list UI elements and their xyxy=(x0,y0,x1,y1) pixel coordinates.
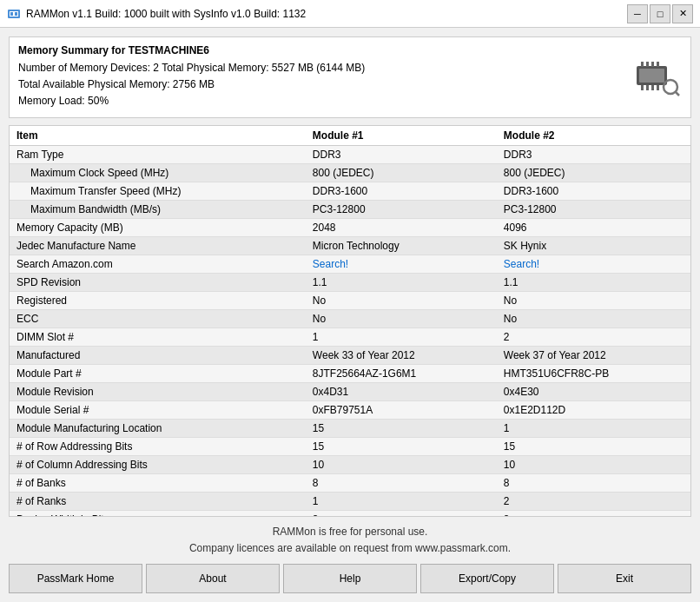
table-row: # of Column Addressing Bits1010 xyxy=(10,455,690,473)
exit-button[interactable]: Exit xyxy=(558,564,691,593)
cell-item: Module Manufacturing Location xyxy=(10,419,306,437)
table-row: Maximum Bandwidth (MB/s)PC3-12800PC3-128… xyxy=(10,200,690,218)
cell-module2: No xyxy=(497,309,690,327)
about-button[interactable]: About xyxy=(146,564,280,593)
cell-module1: 1 xyxy=(306,492,497,510)
cell-item: Maximum Transfer Speed (MHz) xyxy=(10,182,306,200)
cell-item: Registered xyxy=(10,291,306,309)
table-row: Maximum Clock Speed (MHz)800 (JEDEC)800 … xyxy=(10,163,690,182)
cell-module1: PC3-12800 xyxy=(306,200,497,218)
window-controls: ─ □ ✕ xyxy=(627,4,693,23)
cell-module2: 10 xyxy=(497,455,690,473)
cell-module2: Week 37 of Year 2012 xyxy=(497,346,690,364)
cell-item: Module Serial # xyxy=(10,400,306,419)
svg-rect-2 xyxy=(10,12,13,16)
cell-module1: 10 xyxy=(306,455,497,473)
svg-rect-11 xyxy=(646,85,649,90)
cell-item: Module Part # xyxy=(10,364,306,382)
table-wrapper: Item Module #1 Module #2 Ram TypeDDR3DDR… xyxy=(9,125,691,517)
svg-point-14 xyxy=(664,80,677,94)
cell-module1: No xyxy=(306,291,497,309)
table-row: Module Part #8JTF25664AZ-1G6M1HMT351U6CF… xyxy=(10,364,690,382)
cell-module1: Micron Technology xyxy=(306,236,497,255)
cell-module2: 1.1 xyxy=(497,273,690,291)
cell-module1: 15 xyxy=(306,437,497,455)
cell-module1: 0xFB79751A xyxy=(306,400,497,419)
svg-rect-7 xyxy=(646,62,649,67)
svg-rect-12 xyxy=(651,85,654,90)
cell-module2: 4096 xyxy=(497,218,690,236)
header-section: Memory Summary for TESTMACHINE6 Number o… xyxy=(9,36,691,118)
col-module2: Module #2 xyxy=(497,126,690,146)
cell-module2: HMT351U6CFR8C-PB xyxy=(497,364,690,382)
col-item: Item xyxy=(10,126,306,146)
header-info: Memory Summary for TESTMACHINE6 Number o… xyxy=(18,44,630,110)
amazon-search-link-1[interactable]: Search! xyxy=(313,258,348,270)
help-button[interactable]: Help xyxy=(283,564,417,593)
cell-item: SPD Revision xyxy=(10,273,306,291)
cell-item: DIMM Slot # xyxy=(10,327,306,346)
stat-line2: Total Available Physical Memory: 2756 MB xyxy=(18,76,630,93)
col-module1: Module #1 xyxy=(306,126,497,146)
passmark-home-button[interactable]: PassMark Home xyxy=(9,564,142,593)
table-row: SPD Revision1.11.1 xyxy=(10,273,690,291)
table-header-row: Item Module #1 Module #2 xyxy=(10,126,690,146)
table-row: Module Manufacturing Location151 xyxy=(10,419,690,437)
cell-module1[interactable]: Search! xyxy=(306,255,497,273)
table-row: DIMM Slot #12 xyxy=(10,327,690,346)
cell-module2: 8 xyxy=(497,473,690,492)
footer-line2: Company licences are available on reques… xyxy=(9,540,691,557)
amazon-search-link-2[interactable]: Search! xyxy=(504,258,539,270)
cell-module2: 0x1E2D112D xyxy=(497,400,690,419)
header-logo xyxy=(630,56,682,99)
table-row: Jedec Manufacture NameMicron TechnologyS… xyxy=(10,236,690,255)
cell-module2: 15 xyxy=(497,437,690,455)
app-title: RAMMon v1.1 Build: 1000 built with SysIn… xyxy=(26,8,306,20)
cell-module2: 800 (JEDEC) xyxy=(497,163,690,182)
close-button[interactable]: ✕ xyxy=(672,4,693,23)
cell-item: # of Row Addressing Bits xyxy=(10,437,306,455)
stat-line3: Memory Load: 50% xyxy=(18,93,630,109)
table-row: # of Banks88 xyxy=(10,473,690,492)
cell-item: Ram Type xyxy=(10,145,306,163)
table-row: # of Ranks12 xyxy=(10,492,690,510)
main-content: Memory Summary for TESTMACHINE6 Number o… xyxy=(0,28,700,602)
header-stats: Number of Memory Devices: 2 Total Physic… xyxy=(18,60,630,110)
memory-table: Item Module #1 Module #2 Ram TypeDDR3DDR… xyxy=(10,126,690,516)
cell-module1: 8 xyxy=(306,510,497,516)
footer-line1: RAMMon is free for personal use. xyxy=(9,524,691,540)
cell-module1: 800 (JEDEC) xyxy=(306,163,497,182)
minimize-button[interactable]: ─ xyxy=(627,4,648,23)
footer-text: RAMMon is free for personal use. Company… xyxy=(9,524,691,557)
cell-item: Memory Capacity (MB) xyxy=(10,218,306,236)
cell-module2: 2 xyxy=(497,327,690,346)
cell-item: Maximum Clock Speed (MHz) xyxy=(10,163,306,182)
cell-item: Device Width in Bits xyxy=(10,510,306,516)
cell-module1: 15 xyxy=(306,419,497,437)
svg-rect-9 xyxy=(657,62,659,67)
cell-module2: SK Hynix xyxy=(497,236,690,255)
cell-module2: 2 xyxy=(497,492,690,510)
cell-module2[interactable]: Search! xyxy=(497,255,690,273)
svg-line-15 xyxy=(676,92,679,96)
svg-rect-10 xyxy=(641,85,644,90)
table-row: ECCNoNo xyxy=(10,309,690,327)
cell-item: # of Ranks xyxy=(10,492,306,510)
bottom-buttons: PassMark Home About Help Export/Copy Exi… xyxy=(9,564,691,593)
app-icon xyxy=(7,7,21,21)
svg-rect-3 xyxy=(15,12,17,16)
maximize-button[interactable]: □ xyxy=(650,4,670,23)
table-scroll[interactable]: Item Module #1 Module #2 Ram TypeDDR3DDR… xyxy=(10,126,690,516)
cell-item: # of Column Addressing Bits xyxy=(10,455,306,473)
cell-module1: Week 33 of Year 2012 xyxy=(306,346,497,364)
cell-item: ECC xyxy=(10,309,306,327)
svg-rect-13 xyxy=(657,85,659,90)
cell-module1: No xyxy=(306,309,497,327)
table-row: RegisteredNoNo xyxy=(10,291,690,309)
title-bar: RAMMon v1.1 Build: 1000 built with SysIn… xyxy=(0,0,700,28)
cell-module1: DDR3 xyxy=(306,145,497,163)
cell-module1: 0x4D31 xyxy=(306,382,497,400)
export-copy-button[interactable]: Export/Copy xyxy=(420,564,554,593)
cell-item: Manufactured xyxy=(10,346,306,364)
cell-module2: DDR3 xyxy=(497,145,690,163)
